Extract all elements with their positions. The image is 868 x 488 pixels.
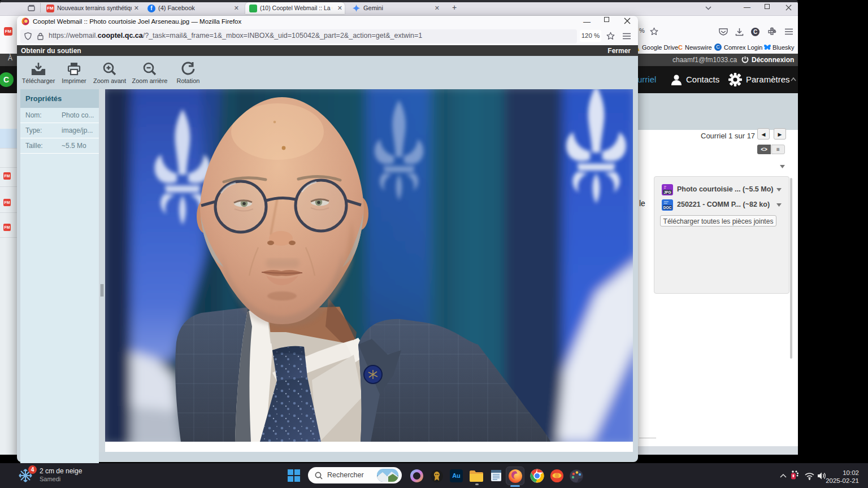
- svg-text:JPG: JPG: [663, 190, 671, 194]
- svg-text:DOC: DOC: [663, 206, 672, 210]
